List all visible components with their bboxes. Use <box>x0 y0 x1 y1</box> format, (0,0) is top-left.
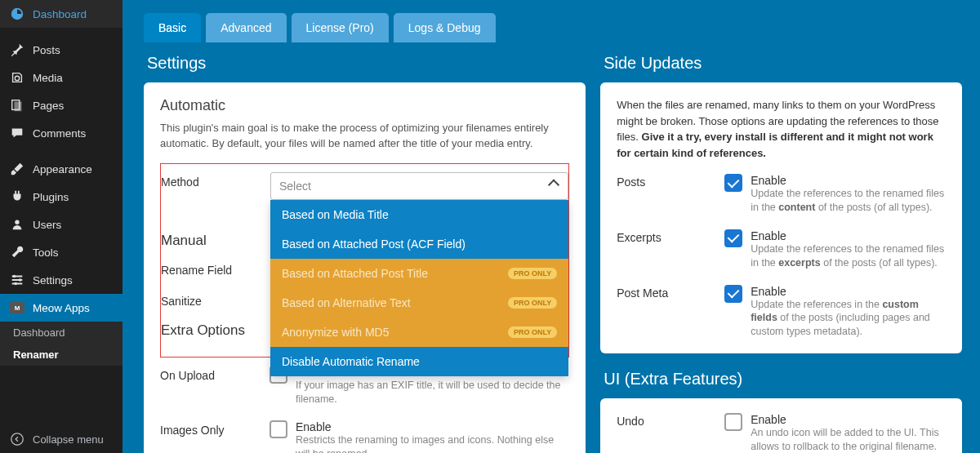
automatic-description: This plugin's main goal is to make the p… <box>160 121 569 152</box>
sidebar-item-settings[interactable]: Settings <box>0 266 122 294</box>
user-icon <box>10 217 24 232</box>
sidebar-item-dashboard[interactable]: Dashboard <box>0 0 122 28</box>
method-option-post-title[interactable]: Based on Attached Post TitlePRO ONLY <box>270 259 568 288</box>
sidebar-item-label: Pages <box>33 100 64 112</box>
postmeta-title: Enable <box>751 285 946 298</box>
sidebar-item-comments[interactable]: Comments <box>0 119 122 147</box>
sidebar-item-label: Appearance <box>33 163 92 175</box>
pin-icon <box>10 42 24 57</box>
sliders-icon <box>10 273 24 287</box>
sidebar-item-label: Media <box>33 72 63 84</box>
on-upload-desc: If your image has an EXIF title, it will… <box>296 379 569 406</box>
svg-point-4 <box>13 275 16 278</box>
method-option-media-title[interactable]: Based on Media Title <box>270 200 568 229</box>
pro-badge: PRO ONLY <box>508 297 557 309</box>
images-only-title: Enable <box>296 420 569 433</box>
undo-desc: An undo icon will be added to the UI. Th… <box>751 426 946 453</box>
undo-checkbox[interactable] <box>724 413 742 431</box>
undo-label: Undo <box>617 413 713 453</box>
sidebar-item-tools[interactable]: Tools <box>0 238 122 266</box>
on-upload-label: On Upload <box>160 366 258 382</box>
ui-extra-title: UI (Extra Features) <box>600 366 962 398</box>
sidebar-item-label: Dashboard <box>33 8 87 20</box>
sidebar-item-label: Comments <box>33 127 86 140</box>
brush-icon <box>10 162 24 176</box>
images-only-label: Images Only <box>160 420 258 437</box>
pages-icon <box>10 98 24 113</box>
sanitize-label: Sanitize <box>161 291 259 308</box>
sidebar-item-label: Settings <box>33 274 73 286</box>
posts-desc: Update the references to the renamed fil… <box>751 187 946 215</box>
panel-ui-extra: Undo Enable An undo icon will be added t… <box>600 398 962 453</box>
sidebar-item-appearance[interactable]: Appearance <box>0 155 122 183</box>
meow-icon: M <box>10 300 24 315</box>
method-dropdown: Based on Media Title Based on Attached P… <box>270 200 568 376</box>
sidebar-item-pages[interactable]: Pages <box>0 91 122 119</box>
tab-advanced[interactable]: Advanced <box>206 13 286 42</box>
panel-settings: Automatic This plugin's main goal is to … <box>144 82 586 453</box>
wp-admin-sidebar: Dashboard Posts Media Pages Comments App… <box>0 0 122 453</box>
posts-title: Enable <box>751 174 946 187</box>
sidebar-item-meow-apps[interactable]: M Meow Apps <box>0 294 122 322</box>
settings-title: Settings <box>144 42 586 82</box>
undo-title: Enable <box>751 413 946 426</box>
submenu-item-renamer[interactable]: Renamer <box>0 344 122 366</box>
postmeta-checkbox[interactable] <box>724 285 742 303</box>
collapse-label: Collapse menu <box>33 433 104 446</box>
posts-label: Posts <box>617 174 713 215</box>
method-option-disable[interactable]: Disable Automatic Rename <box>270 347 568 376</box>
collapse-icon <box>10 432 24 446</box>
svg-rect-2 <box>14 102 21 112</box>
excerpts-title: Enable <box>751 229 946 242</box>
media-icon <box>10 70 24 85</box>
sidebar-item-label: Plugins <box>33 191 69 203</box>
tab-bar: Basic Advanced License (Pro) Logs & Debu… <box>134 0 972 42</box>
posts-checkbox[interactable] <box>724 174 742 192</box>
tab-license[interactable]: License (Pro) <box>292 13 389 42</box>
tab-basic[interactable]: Basic <box>144 13 201 42</box>
dashboard-icon <box>10 7 24 21</box>
sidebar-item-posts[interactable]: Posts <box>0 36 122 64</box>
postmeta-label: Post Meta <box>617 285 713 340</box>
main-content: Basic Advanced License (Pro) Logs & Debu… <box>122 0 980 453</box>
sidebar-item-users[interactable]: Users <box>0 211 122 238</box>
wrench-icon <box>10 245 24 260</box>
sidebar-item-label: Posts <box>33 44 60 56</box>
svg-point-3 <box>15 220 19 224</box>
method-option-anonymize[interactable]: Anonymize with MD5PRO ONLY <box>270 318 568 347</box>
submenu-item-dashboard[interactable]: Dashboard <box>0 322 122 344</box>
excerpts-checkbox[interactable] <box>724 229 742 247</box>
svg-point-0 <box>15 76 19 80</box>
svg-point-7 <box>11 433 23 445</box>
plug-icon <box>10 189 24 204</box>
pro-badge: PRO ONLY <box>508 268 557 279</box>
sidebar-item-label: Users <box>33 219 61 231</box>
sidebar-item-plugins[interactable]: Plugins <box>0 183 122 211</box>
postmeta-desc: Update the references in the custom fiel… <box>751 298 946 340</box>
sidebar-item-media[interactable]: Media <box>0 64 122 91</box>
sidebar-submenu: Dashboard Renamer <box>0 322 122 366</box>
images-only-desc: Restricts the renaming to images and ico… <box>296 433 569 453</box>
images-only-checkbox[interactable] <box>270 420 287 438</box>
tab-logs-debug[interactable]: Logs & Debug <box>394 13 496 42</box>
automatic-heading: Automatic <box>160 97 569 114</box>
side-updates-title: Side Updates <box>600 42 962 82</box>
method-highlight-box: Method Select Based on Media Title Based… <box>160 163 569 358</box>
svg-point-6 <box>14 282 17 286</box>
method-select[interactable]: Select <box>270 172 568 200</box>
method-label: Method <box>161 172 259 189</box>
method-option-alt-text[interactable]: Based on Alternative TextPRO ONLY <box>270 288 568 318</box>
sidebar-item-label: Tools <box>33 246 59 259</box>
comment-icon <box>10 126 24 140</box>
rename-field-label: Rename Field <box>161 260 259 277</box>
method-option-acf-field[interactable]: Based on Attached Post (ACF Field) <box>270 229 568 259</box>
method-select-placeholder: Select <box>279 180 311 193</box>
side-updates-intro: When the files are renamed, many links t… <box>617 97 946 161</box>
excerpts-label: Excerpts <box>617 229 713 270</box>
excerpts-desc: Update the references to the renamed fil… <box>751 242 946 270</box>
svg-point-5 <box>19 278 22 282</box>
sidebar-item-label: Meow Apps <box>33 302 90 314</box>
collapse-menu-button[interactable]: Collapse menu <box>0 425 122 453</box>
pro-badge: PRO ONLY <box>508 326 557 338</box>
panel-side-updates: When the files are renamed, many links t… <box>600 82 962 353</box>
